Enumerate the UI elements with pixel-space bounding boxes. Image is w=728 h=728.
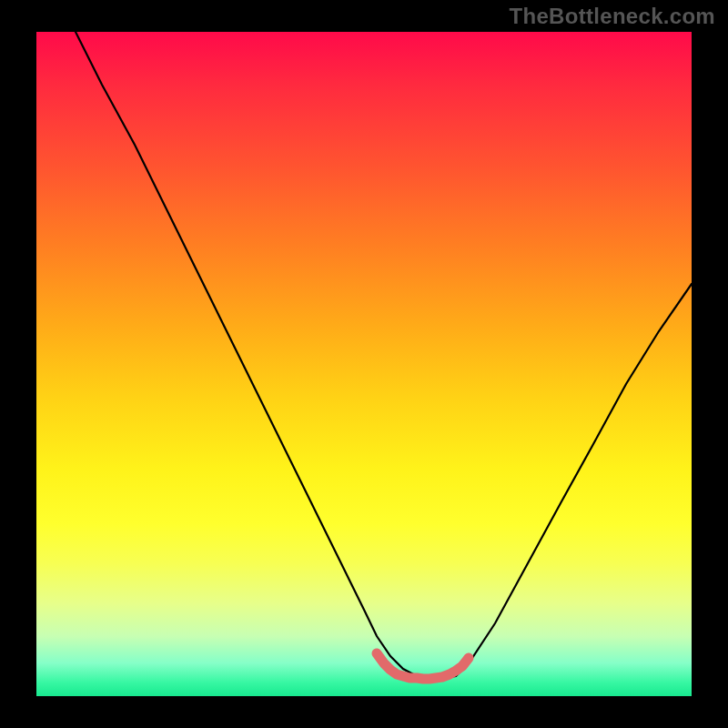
curve-overlay xyxy=(36,32,692,696)
bottleneck-curve-line xyxy=(76,32,692,678)
plot-area xyxy=(36,32,692,696)
watermark-text: TheBottleneck.com xyxy=(510,4,715,29)
chart-frame: TheBottleneck.com xyxy=(0,0,728,728)
